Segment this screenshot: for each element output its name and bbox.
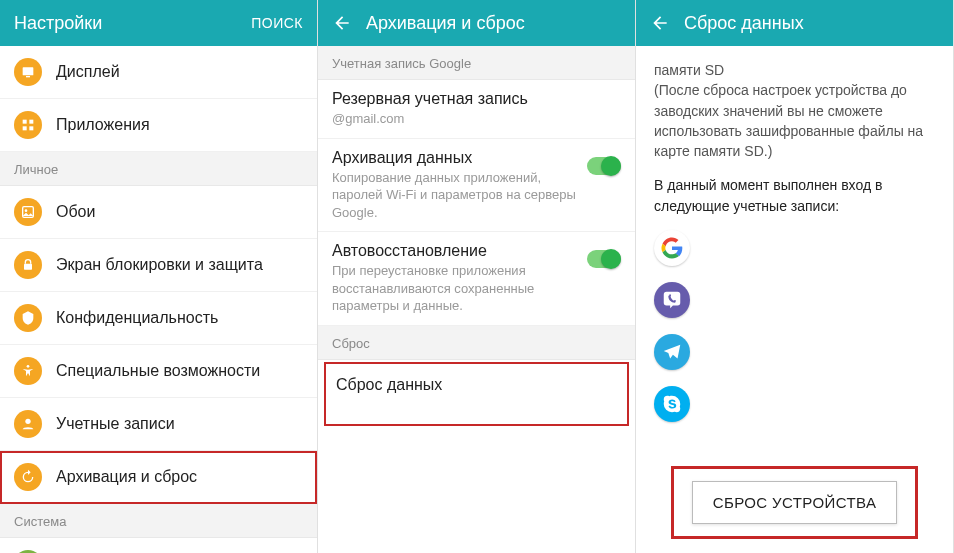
wallpaper-icon [14, 198, 42, 226]
svg-rect-3 [29, 120, 33, 124]
setting-factory-reset[interactable]: Сброс данных [336, 376, 617, 394]
logged-in-text: В данный момент выполнен вход в следующи… [654, 175, 935, 216]
settings-item-language[interactable]: A Язык и ввод [0, 538, 317, 553]
highlight-factory-reset: Сброс данных [324, 362, 629, 426]
backup-reset-icon [14, 463, 42, 491]
search-button[interactable]: ПОИСК [251, 15, 303, 31]
appbar-title: Сброс данных [684, 13, 939, 34]
appbar-backup: Архивация и сброс [318, 0, 635, 46]
appbar-title: Настройки [14, 13, 237, 34]
appbar-factory: Сброс данных [636, 0, 953, 46]
sd-title: памяти SD [654, 62, 724, 78]
lock-icon [14, 251, 42, 279]
apps-icon [14, 111, 42, 139]
factory-reset-body[interactable]: памяти SD (После сброса настроек устройс… [636, 46, 953, 553]
setting-sub: При переустановке приложения восстанавли… [332, 262, 577, 315]
backup-list[interactable]: Учетная запись Google Резервная учетная … [318, 46, 635, 553]
section-google-account: Учетная запись Google [318, 46, 635, 80]
setting-title: Автовосстановление [332, 242, 577, 260]
setting-sub: @gmail.com [332, 110, 621, 128]
settings-item-accounts[interactable]: Учетные записи [0, 398, 317, 451]
label: Экран блокировки и защита [56, 256, 263, 274]
label: Учетные записи [56, 415, 175, 433]
account-list [654, 230, 935, 422]
back-button[interactable] [650, 13, 670, 33]
factory-reset-panel: Сброс данных памяти SD (После сброса нас… [636, 0, 954, 553]
setting-title: Архивация данных [332, 149, 577, 167]
label: Обои [56, 203, 95, 221]
settings-panel: Настройки ПОИСК Дисплей Приложения Лично… [0, 0, 318, 553]
svg-rect-2 [23, 120, 27, 124]
label: Специальные возможности [56, 362, 260, 380]
svg-point-7 [25, 209, 28, 212]
section-system: Система [0, 504, 317, 538]
settings-item-backup-reset[interactable]: Архивация и сброс [0, 451, 317, 504]
display-icon [14, 58, 42, 86]
setting-auto-restore: Автовосстановление При переустановке при… [318, 232, 635, 326]
settings-item-lock[interactable]: Экран блокировки и защита [0, 239, 317, 292]
account-skype-icon [654, 386, 690, 422]
setting-backup-data: Архивация данных Копирование данных прил… [318, 139, 635, 233]
label: Архивация и сброс [56, 468, 197, 486]
label: Дисплей [56, 63, 120, 81]
settings-item-accessibility[interactable]: Специальные возможности [0, 345, 317, 398]
backup-reset-panel: Архивация и сброс Учетная запись Google … [318, 0, 636, 553]
setting-sub: Копирование данных приложений, паролей W… [332, 169, 577, 222]
label: Конфиденциальность [56, 309, 218, 327]
account-telegram-icon [654, 334, 690, 370]
reset-button-area: СБРОС УСТРОЙСТВА [636, 436, 953, 553]
account-google-icon [654, 230, 690, 266]
svg-rect-1 [26, 76, 30, 77]
setting-title: Резервная учетная запись [332, 90, 621, 108]
settings-item-privacy[interactable]: Конфиденциальность [0, 292, 317, 345]
back-button[interactable] [332, 13, 352, 33]
backup-data-switch[interactable] [587, 157, 621, 175]
accessibility-icon [14, 357, 42, 385]
settings-item-apps[interactable]: Приложения [0, 99, 317, 152]
appbar-title: Архивация и сброс [366, 13, 621, 34]
svg-rect-5 [29, 126, 33, 130]
arrow-back-icon [650, 13, 670, 33]
settings-item-wallpaper[interactable]: Обои [0, 186, 317, 239]
settings-list[interactable]: Дисплей Приложения Личное Обои Экран бло… [0, 46, 317, 553]
sd-body: (После сброса настроек устройства до зав… [654, 82, 923, 159]
account-viber-icon [654, 282, 690, 318]
settings-item-display[interactable]: Дисплей [0, 46, 317, 99]
setting-backup-account[interactable]: Резервная учетная запись @gmail.com [318, 80, 635, 139]
accounts-icon [14, 410, 42, 438]
appbar-settings: Настройки ПОИСК [0, 0, 317, 46]
reset-device-button[interactable]: СБРОС УСТРОЙСТВА [692, 481, 898, 524]
svg-point-9 [27, 365, 30, 368]
svg-rect-8 [24, 264, 32, 270]
section-personal: Личное [0, 152, 317, 186]
svg-rect-4 [23, 126, 27, 130]
arrow-back-icon [332, 13, 352, 33]
privacy-icon [14, 304, 42, 332]
svg-rect-0 [23, 67, 34, 75]
svg-point-10 [25, 419, 30, 424]
section-reset: Сброс [318, 326, 635, 360]
label: Приложения [56, 116, 150, 134]
auto-restore-switch[interactable] [587, 250, 621, 268]
highlight-reset-button: СБРОС УСТРОЙСТВА [671, 466, 919, 539]
